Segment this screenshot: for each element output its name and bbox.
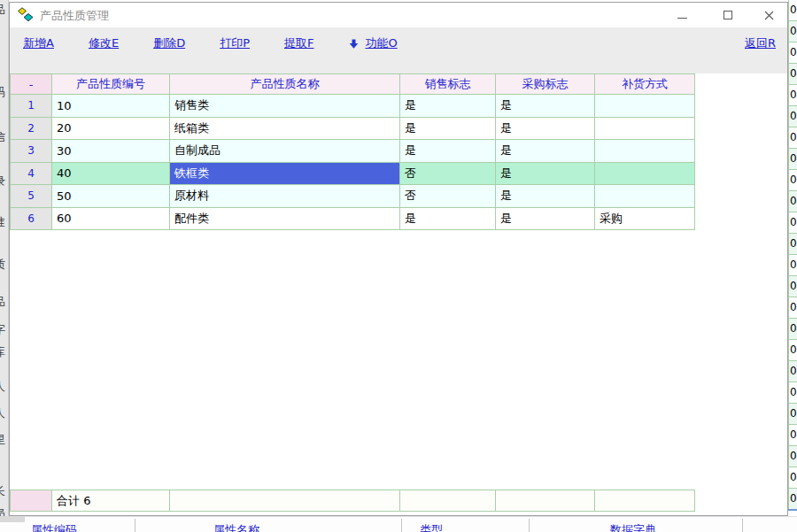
purchase-flag-cell[interactable]: 是	[496, 163, 595, 186]
purchase-flag-cell[interactable]: 是	[496, 95, 595, 118]
header-purchase-flag[interactable]: 采购标志	[496, 74, 595, 95]
replenish-cell[interactable]: 采购	[595, 208, 695, 231]
header-sales-flag[interactable]: 销售标志	[400, 74, 496, 95]
bg-column-separator	[742, 519, 743, 532]
summary-total-cell: 合计 6	[52, 490, 170, 512]
maximize-icon	[723, 11, 732, 19]
name-cell[interactable]: 销售类	[170, 95, 400, 118]
purchase-flag-cell[interactable]: 是	[496, 118, 595, 141]
bg-column-separator	[529, 519, 530, 532]
summary-row: 合计 6	[10, 490, 695, 512]
sales-flag-cell[interactable]: 是	[400, 95, 496, 118]
close-icon	[764, 11, 774, 20]
name-cell[interactable]: 自制成品	[170, 140, 400, 163]
purchase-flag-cell[interactable]: 是	[496, 208, 595, 231]
row-number-cell[interactable]: 4	[11, 163, 52, 186]
bg-table-row-fragment: 0	[788, 42, 797, 64]
bg-table-row-fragment: 0	[788, 106, 797, 127]
replenish-cell[interactable]	[595, 95, 695, 118]
name-cell[interactable]: 铁框类	[170, 163, 400, 186]
name-cell[interactable]: 纸箱类	[170, 118, 400, 141]
table-row[interactable]: 6 60 配件类 是 是 采购	[11, 208, 695, 231]
replenish-cell[interactable]	[595, 185, 695, 208]
row-number-cell[interactable]: 5	[11, 185, 52, 208]
header-row-indicator[interactable]: -	[11, 74, 52, 95]
header-replenish-method[interactable]: 补货方式	[595, 74, 695, 95]
table-row[interactable]: 1 10 销售类 是 是	[11, 95, 695, 118]
toolbar: 新增A 修改E 删除D 打印P 提取F 功能O 返回R	[10, 27, 787, 73]
function-button[interactable]: 功能O	[348, 35, 397, 51]
bg-table-row-fragment: 0	[788, 255, 797, 276]
table-row[interactable]: 5 50 原材料 否 是	[11, 185, 695, 208]
code-cell[interactable]: 40	[52, 163, 170, 186]
background-window-corner	[0, 516, 25, 522]
modify-button[interactable]: 修改E	[89, 35, 119, 51]
minimize-button[interactable]	[667, 3, 697, 27]
sales-flag-cell[interactable]: 否	[400, 163, 496, 186]
purchase-flag-cell[interactable]: 是	[496, 185, 595, 208]
bg-clipped-text: 人	[0, 405, 9, 421]
summary-indicator-cell	[11, 490, 52, 512]
print-button[interactable]: 打印P	[220, 35, 250, 51]
bg-clipped-text: 品	[0, 294, 9, 310]
bg-right-blue-line	[788, 509, 797, 511]
screen: 品-码信录准质品字库人人里[长员 00000000000000000000000…	[0, 0, 797, 532]
table-row[interactable]: 2 20 纸箱类 是 是	[11, 118, 695, 141]
summary-empty-cell	[170, 490, 400, 512]
summary-empty-cell	[400, 490, 496, 512]
bg-column-separator	[401, 519, 402, 532]
close-button[interactable]	[754, 3, 784, 27]
replenish-cell[interactable]	[595, 163, 695, 186]
bg-clipped-text: 码	[0, 84, 9, 100]
bg-table-row-fragment: 0	[788, 85, 797, 106]
maximize-button[interactable]	[713, 3, 743, 27]
table-body: 1 10 销售类 是 是 2 20 纸箱类 是 是 3 30 自制成品 是 是 …	[11, 95, 695, 230]
row-number-cell[interactable]: 2	[11, 118, 52, 141]
bg-clipped-text: 长	[0, 483, 9, 499]
bg-table-row-fragment: 0	[788, 467, 797, 489]
name-cell[interactable]: 配件类	[170, 208, 400, 231]
title-bar[interactable]: 产品性质管理	[10, 3, 787, 27]
table-row[interactable]: 4 40 铁框类 否 是	[11, 163, 695, 186]
extract-button[interactable]: 提取F	[284, 35, 313, 51]
background-window-left-strip: 品-码信录准质品字库人人里[长员	[0, 0, 9, 516]
sales-flag-cell[interactable]: 是	[400, 140, 496, 163]
row-number-cell[interactable]: 3	[11, 140, 52, 163]
bg-right-table: 000000000000000000000000	[788, 0, 797, 510]
replenish-cell[interactable]	[595, 140, 695, 163]
app-diamond-tags-icon	[18, 7, 34, 23]
bg-clipped-text: 人	[0, 379, 9, 395]
sales-flag-cell[interactable]: 否	[400, 185, 496, 208]
header-property-code[interactable]: 产品性质编号	[52, 74, 170, 95]
row-number-cell[interactable]: 6	[11, 208, 52, 231]
row-number-cell[interactable]: 1	[11, 95, 52, 118]
bg-clipped-text: 字	[0, 322, 9, 338]
arrow-down-icon	[348, 38, 360, 50]
replenish-cell[interactable]	[595, 118, 695, 141]
bg-table-row-fragment: 0	[788, 425, 797, 446]
bg-clipped-text: [	[0, 459, 9, 472]
sales-flag-cell[interactable]: 是	[400, 118, 496, 141]
delete-button[interactable]: 删除D	[153, 35, 185, 51]
return-button[interactable]: 返回R	[745, 35, 776, 51]
code-cell[interactable]: 60	[52, 208, 170, 231]
add-button[interactable]: 新增A	[23, 35, 54, 51]
bg-clipped-text: 品	[0, 2, 9, 18]
code-cell[interactable]: 10	[52, 95, 170, 118]
bg-table-row-fragment: 0	[788, 361, 797, 382]
sales-flag-cell[interactable]: 是	[400, 208, 496, 231]
bg-table-row-fragment: 0	[788, 489, 797, 510]
header-property-name[interactable]: 产品性质名称	[170, 74, 400, 95]
bg-column-separator	[135, 519, 135, 532]
minimize-icon	[677, 18, 687, 19]
code-cell[interactable]: 30	[52, 140, 170, 163]
bg-clipped-text: 准	[0, 214, 9, 230]
table-row[interactable]: 3 30 自制成品 是 是	[11, 140, 695, 163]
name-cell[interactable]: 原材料	[170, 185, 400, 208]
purchase-flag-cell[interactable]: 是	[496, 140, 595, 163]
bg-table-row-fragment: 0	[788, 0, 797, 21]
bg-table-row-fragment: 0	[788, 297, 797, 319]
window-title: 产品性质管理	[40, 8, 109, 24]
code-cell[interactable]: 20	[52, 118, 170, 141]
code-cell[interactable]: 50	[52, 185, 170, 208]
